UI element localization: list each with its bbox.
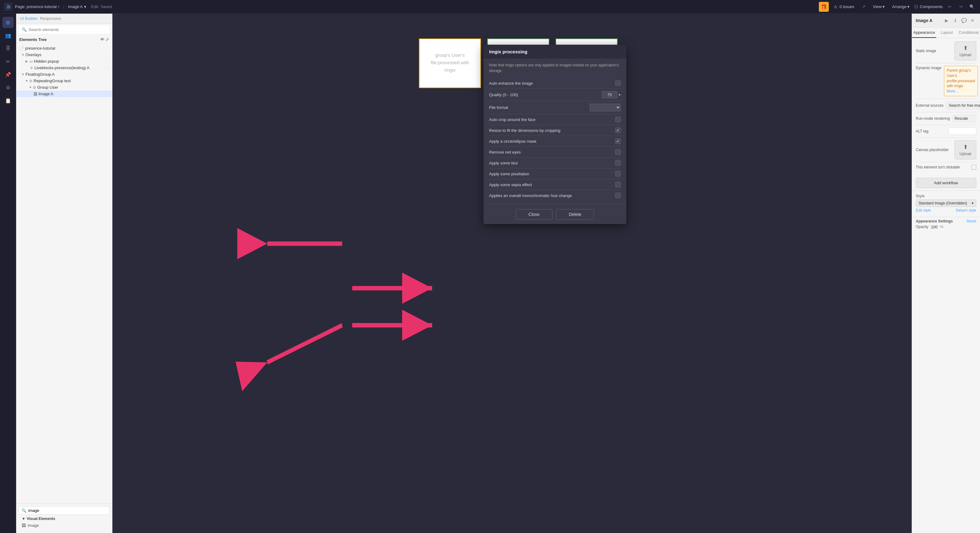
database-icon[interactable]: 🗄 — [3, 43, 14, 54]
elements-search[interactable]: 🔍 — [19, 25, 110, 34]
imgix-checkbox-auto-enhance[interactable] — [615, 80, 621, 86]
warning-icon: ⚠ — [834, 4, 837, 9]
tree-item-label: RepeatingGroup text — [33, 78, 109, 83]
imgix-checkbox-resize[interactable] — [615, 127, 621, 133]
tree-item-presence-tutorial[interactable]: 📄 presence-tutorial — [16, 45, 112, 51]
right-panel: Image A ▶ ℹ 💬 ✕ Appearance Layout Condit… — [912, 14, 980, 533]
imgix-row-quality: Quality (0 - 100) ▾ — [489, 89, 621, 101]
arrange-button[interactable]: Arrange ▾ — [889, 4, 912, 9]
appearance-settings-title: Appearance Settings Reset — [916, 219, 976, 224]
right-panel-icons: ▶ ℹ 💬 ✕ — [943, 17, 976, 24]
page-selector[interactable]: Page: presence-tutorial ▾ — [15, 4, 59, 9]
tree-item-liveblocks[interactable]: ⚛ Liveblocks-presence(testing) A ⋯ — [16, 65, 112, 71]
imgix-modal-body: Note that Imgix options are only applied… — [484, 59, 626, 205]
page-label: Page: presence-tutorial — [15, 4, 57, 9]
tree-item-group-user[interactable]: ▼ ⊙ Group User — [16, 84, 112, 90]
view-button[interactable]: View ▾ — [870, 4, 887, 9]
style-section: Style Standard Image (Overridden) ▾ Edit… — [912, 190, 980, 217]
alt-tag-input[interactable] — [948, 127, 976, 135]
search-icon[interactable]: 🔍 — [967, 3, 976, 11]
info-icon[interactable]: ℹ — [951, 17, 959, 24]
elements-search-input[interactable] — [29, 27, 107, 32]
imgix-label-blur: Apply some blur — [489, 161, 612, 165]
imgix-row-monochromatic: Applies an overall monochromatic hue cha… — [489, 190, 621, 201]
reset-link[interactable]: Reset — [967, 219, 976, 224]
tree-item-overlays[interactable]: ▼ Overlays — [16, 51, 112, 58]
image-selector[interactable]: Image A ▾ — [68, 4, 86, 9]
plugin-icon[interactable]: ✏ — [3, 56, 14, 67]
issues-indicator[interactable]: ⚠ 0 issues — [831, 4, 857, 9]
imgix-row-auto-crop: Auto crop around the face — [489, 114, 621, 125]
bottom-search-input[interactable] — [28, 508, 107, 513]
external-sources-button[interactable]: Search for free images — [946, 102, 980, 109]
tab-appearance[interactable]: Appearance — [912, 28, 936, 38]
imgix-quality-input-wrapper: ▾ — [602, 91, 621, 98]
arrange-chevron-icon: ▾ — [907, 4, 910, 9]
ve-item-image[interactable]: 🖼 Image — [22, 522, 107, 529]
divider-4 — [916, 125, 976, 125]
play-icon[interactable]: ▶ — [943, 17, 950, 24]
imgix-label-red-eyes: Remove red eyes — [489, 150, 612, 154]
style-dropdown-icon: ▾ — [972, 201, 974, 205]
tree-expand-icon[interactable]: ⤢ — [106, 37, 109, 42]
imgix-checkbox-auto-crop[interactable] — [615, 117, 621, 122]
gift-icon[interactable]: 🎁 — [819, 2, 829, 12]
panel-tabs: UI Builder Responsive — [16, 14, 112, 24]
style-section-label: Style — [916, 194, 976, 198]
style-value-text: Standard Image (Overridden) — [918, 201, 967, 205]
settings-icon[interactable]: ⚙ — [3, 82, 14, 93]
tree-arrow-icon: ▼ — [29, 86, 32, 89]
tab-ui-builder[interactable]: UI Builder — [20, 16, 38, 21]
components-icon: ⬡ — [915, 4, 918, 9]
external-sources-label: External sources — [916, 103, 943, 108]
tree-item-repeating-group[interactable]: ▼ ⊙ RepeatingGroup text — [16, 78, 112, 84]
pin-icon[interactable]: 📌 — [3, 69, 14, 80]
tab-layout[interactable]: Layout — [936, 28, 957, 38]
cursor-icon[interactable]: ↗ — [859, 3, 868, 11]
imgix-checkbox-sepia[interactable] — [615, 182, 621, 187]
imgix-checkbox-red-eyes[interactable] — [615, 149, 621, 155]
chat-icon[interactable]: 💬 — [960, 17, 967, 24]
upload-icon: ⬆ — [963, 45, 968, 51]
imgix-delete-button[interactable]: Delete — [556, 209, 594, 220]
tree-item-hidden-popup[interactable]: ▶ ▭ Hidden popup ⋯ — [16, 58, 112, 65]
users-icon[interactable]: 👥 — [3, 30, 14, 41]
image-chevron-icon: ▾ — [84, 4, 86, 9]
clickable-checkbox[interactable] — [971, 165, 976, 170]
canvas-placeholder-upload-button[interactable]: ⬆ Upload — [955, 140, 976, 159]
add-workflow-button[interactable]: Add workflow — [916, 178, 976, 188]
quality-dropdown-icon[interactable]: ▾ — [619, 92, 621, 97]
tree-eye-icon[interactable]: 👁 — [100, 37, 104, 42]
imgix-checkbox-pixellation[interactable] — [615, 171, 621, 176]
imgix-file-format-select[interactable] — [590, 104, 621, 111]
static-image-upload-button[interactable]: ⬆ Upload — [955, 41, 976, 60]
imgix-quality-input[interactable] — [602, 91, 617, 98]
tree-item-label: Group User — [37, 85, 109, 90]
edit-style-link[interactable]: Edit style — [916, 208, 931, 213]
page-icon[interactable]: 📋 — [3, 95, 14, 106]
dynamic-image-more-link[interactable]: More... — [947, 89, 958, 94]
ui-builder-icon[interactable]: ⊞ — [3, 17, 14, 28]
right-panel-title: Image A — [916, 18, 941, 23]
imgix-checkbox-monochromatic[interactable] — [615, 193, 621, 198]
dynamic-image-value[interactable]: Parent group's User's profile:processed … — [944, 66, 978, 96]
detach-style-link[interactable]: Detach style — [956, 208, 976, 213]
imgix-close-button[interactable]: Close — [516, 209, 552, 220]
canvas-area[interactable]: group's User'sfile:processed with Imgix … — [112, 14, 912, 533]
tab-responsive[interactable]: Responsive — [40, 16, 61, 21]
tree-item-label: Overlays — [25, 52, 109, 57]
redo-icon[interactable]: ↪ — [956, 3, 965, 11]
close-icon[interactable]: ✕ — [969, 17, 976, 24]
elements-tree-title: Elements Tree — [19, 37, 46, 42]
run-mode-select[interactable]: Rescale — [952, 115, 976, 122]
tree-item-image-a[interactable]: 🖼 Image A — [16, 90, 112, 97]
undo-icon[interactable]: ↩ — [945, 3, 954, 11]
tab-conditional[interactable]: Conditional — [957, 28, 980, 38]
tree-item-floating-group[interactable]: ▼ FloatingGroup A — [16, 71, 112, 78]
app-logo: .b — [4, 3, 13, 11]
bottom-search[interactable]: 🔍 — [19, 506, 110, 515]
style-value[interactable]: Standard Image (Overridden) ▾ — [916, 200, 976, 207]
imgix-checkbox-circle[interactable] — [615, 138, 621, 144]
components-button[interactable]: ⬡ Components — [915, 4, 943, 9]
imgix-checkbox-blur[interactable] — [615, 160, 621, 166]
